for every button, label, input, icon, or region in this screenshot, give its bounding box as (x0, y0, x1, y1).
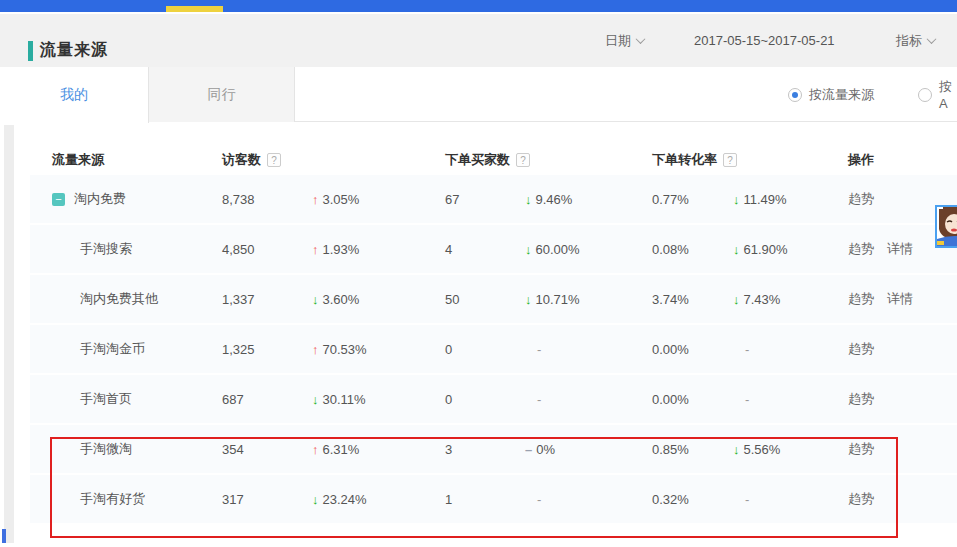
source-name-cell: −淘内免费 (30, 190, 222, 208)
detail-link[interactable]: 详情 (887, 291, 913, 306)
buyers-change: ↓9.46% (525, 192, 652, 207)
change-wrap: ↓9.46% (525, 192, 572, 207)
chevron-down-icon (636, 34, 646, 44)
radio-by-app[interactable]: 按A (918, 67, 957, 122)
table-row: 手淘首页687↓30.11%0-0.00%-趋势 (30, 375, 957, 425)
change-value: 61.90% (744, 242, 788, 257)
radio-by-traffic-source[interactable]: 按流量来源 (788, 67, 874, 122)
source-name-cell: 手淘首页 (30, 390, 222, 408)
visitors-change: ↓3.60% (312, 292, 445, 307)
change-value: 7.43% (744, 292, 781, 307)
table-body: −淘内免费8,738↑3.05%67↓9.46%0.77%↓11.49%趋势手淘… (30, 175, 957, 525)
col-buyers: 下单买家数? (445, 151, 652, 169)
traffic-table: 流量来源 访客数? 下单买家数? 下单转化率? 操作 −淘内免费8,738↑3.… (30, 145, 957, 525)
help-icon[interactable]: ? (516, 153, 530, 167)
tab-mine[interactable]: 我的 (0, 67, 149, 123)
arrow-down-icon: ↓ (733, 292, 740, 307)
arrow-down-icon: ↓ (525, 242, 532, 257)
trend-link[interactable]: 趋势 (848, 491, 874, 506)
no-change-dash: - (733, 392, 749, 407)
conversion-change: ↓7.43% (733, 292, 848, 307)
trend-link[interactable]: 趋势 (848, 241, 874, 256)
visitors-value: 1,325 (222, 342, 312, 357)
table-row: 手淘有好货317↓23.24%1-0.32%-趋势 (30, 475, 957, 525)
no-change-dash: - (525, 492, 541, 507)
change-wrap: ↓23.24% (312, 492, 367, 507)
source-name-cell: 手淘微淘 (30, 440, 222, 458)
arrow-down-icon: ↓ (733, 242, 740, 257)
no-change-dash: - (525, 342, 541, 357)
change-value: 10.71% (536, 292, 580, 307)
arrow-down-icon: ↓ (525, 292, 532, 307)
edge-artifact (2, 529, 6, 543)
arrow-down-icon: ↓ (312, 492, 319, 507)
source-name: 淘内免费其他 (80, 290, 158, 308)
change-wrap: ↓61.90% (733, 242, 788, 257)
change-value: 5.56% (744, 442, 781, 457)
help-icon[interactable]: ? (723, 153, 737, 167)
trend-link[interactable]: 趋势 (848, 291, 874, 306)
conversion-change: - (733, 492, 848, 507)
conversion-value: 0.77% (652, 192, 733, 207)
buyers-value: 4 (445, 242, 525, 257)
change-wrap: ↑6.31% (312, 442, 359, 457)
contact-avatar[interactable] (935, 205, 957, 248)
trend-link[interactable]: 趋势 (848, 391, 874, 406)
visitors-value: 354 (222, 442, 312, 457)
table-row: −淘内免费8,738↑3.05%67↓9.46%0.77%↓11.49%趋势 (30, 175, 957, 225)
trend-link[interactable]: 趋势 (848, 191, 874, 206)
trend-link[interactable]: 趋势 (848, 341, 874, 356)
table-row: 手淘淘金币1,325↑70.53%0-0.00%-趋势 (30, 325, 957, 375)
detail-link[interactable]: 详情 (887, 241, 913, 256)
col-actions: 操作 (848, 151, 957, 169)
radio-selected-icon (788, 88, 802, 102)
arrow-down-icon: ↓ (525, 192, 532, 207)
visitors-value: 8,738 (222, 192, 312, 207)
page-gutter (4, 125, 14, 543)
table-row: 手淘微淘354↑6.31%3–0%0.85%↓5.56%趋势 (30, 425, 957, 475)
buyers-change: ↓60.00% (525, 242, 652, 257)
no-change-dash: - (733, 492, 749, 507)
metric-label: 指标 (896, 32, 922, 50)
date-range-value[interactable]: 2017-05-15~2017-05-21 (694, 14, 835, 67)
avatar-image (937, 207, 957, 247)
arrow-up-icon: ↑ (312, 342, 319, 357)
visitors-change: ↓23.24% (312, 492, 445, 507)
collapse-icon[interactable]: − (52, 193, 65, 206)
help-icon[interactable]: ? (267, 153, 281, 167)
top-nav-bar (0, 0, 957, 12)
source-name: 手淘有好货 (80, 490, 145, 508)
source-name-cell: 手淘淘金币 (30, 340, 222, 358)
change-value: 30.11% (323, 392, 366, 407)
change-value: 9.46% (536, 192, 573, 207)
table-row: 淘内免费其他1,337↓3.60%50↓10.71%3.74%↓7.43%趋势详… (30, 275, 957, 325)
buyers-change: –0% (525, 442, 652, 457)
change-value: 11.49% (744, 192, 787, 207)
conversion-change: - (733, 392, 848, 407)
date-dropdown[interactable]: 日期 (605, 14, 644, 67)
flat-icon: – (525, 442, 532, 457)
arrow-up-icon: ↑ (312, 442, 319, 457)
buyers-change: - (525, 392, 652, 407)
buyers-value: 1 (445, 492, 525, 507)
source-name-cell: 淘内免费其他 (30, 290, 222, 308)
tab-strip: 我的 同行 按流量来源 按A (0, 67, 957, 122)
radio-label: 按流量来源 (809, 86, 874, 104)
row-actions: 趋势详情 (848, 290, 957, 308)
source-name: 手淘微淘 (80, 440, 132, 458)
conversion-value: 3.74% (652, 292, 733, 307)
visitors-value: 1,337 (222, 292, 312, 307)
tab-peers[interactable]: 同行 (149, 67, 295, 122)
change-wrap: ↓11.49% (733, 192, 787, 207)
buyers-value: 67 (445, 192, 525, 207)
table-row: 手淘搜索4,850↑1.93%4↓60.00%0.08%↓61.90%趋势详情 (30, 225, 957, 275)
metric-dropdown[interactable]: 指标 (896, 14, 935, 67)
conversion-change: ↓61.90% (733, 242, 848, 257)
buyers-value: 0 (445, 392, 525, 407)
arrow-down-icon: ↓ (312, 292, 319, 307)
visitors-value: 687 (222, 392, 312, 407)
buyers-value: 0 (445, 342, 525, 357)
trend-link[interactable]: 趋势 (848, 441, 874, 456)
change-value: 3.05% (323, 192, 360, 207)
visitors-change: ↑3.05% (312, 192, 445, 207)
